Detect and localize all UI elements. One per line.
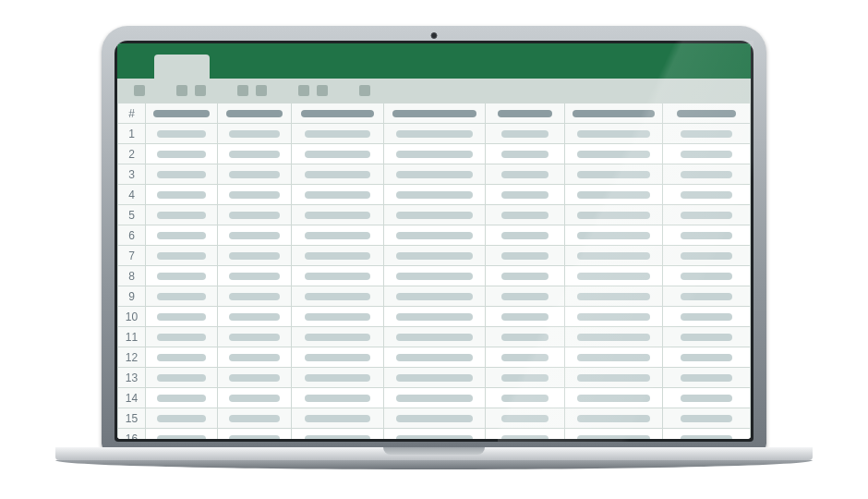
cell[interactable] bbox=[565, 408, 663, 429]
cell[interactable] bbox=[384, 266, 486, 286]
cell[interactable] bbox=[486, 408, 565, 429]
cell[interactable] bbox=[486, 307, 565, 327]
table-row[interactable]: 9 bbox=[118, 286, 751, 307]
cell[interactable] bbox=[486, 266, 565, 286]
cell[interactable] bbox=[218, 327, 292, 347]
row-number[interactable]: 5 bbox=[118, 205, 146, 225]
cell[interactable] bbox=[292, 408, 384, 429]
cell[interactable] bbox=[565, 124, 663, 144]
table-row[interactable]: 15 bbox=[118, 408, 751, 429]
cell[interactable] bbox=[663, 327, 751, 347]
corner-cell[interactable]: # bbox=[118, 103, 146, 124]
cell[interactable] bbox=[292, 429, 384, 440]
cell[interactable] bbox=[486, 144, 565, 164]
column-header[interactable] bbox=[292, 103, 384, 124]
cell[interactable] bbox=[146, 225, 218, 246]
table-row[interactable]: 6 bbox=[118, 225, 751, 246]
row-number[interactable]: 15 bbox=[118, 408, 146, 429]
row-number[interactable]: 1 bbox=[118, 124, 146, 144]
cell[interactable] bbox=[218, 388, 292, 408]
column-header[interactable] bbox=[218, 103, 292, 124]
cell[interactable] bbox=[486, 347, 565, 368]
cell[interactable] bbox=[565, 185, 663, 205]
cell[interactable] bbox=[146, 205, 218, 225]
cell[interactable] bbox=[218, 368, 292, 388]
cell[interactable] bbox=[292, 124, 384, 144]
table-row[interactable]: 8 bbox=[118, 266, 751, 286]
cell[interactable] bbox=[146, 185, 218, 205]
cell[interactable] bbox=[663, 368, 751, 388]
cell[interactable] bbox=[146, 266, 218, 286]
row-number[interactable]: 3 bbox=[118, 164, 146, 185]
cell[interactable] bbox=[663, 286, 751, 307]
row-number[interactable]: 11 bbox=[118, 327, 146, 347]
cell[interactable] bbox=[486, 225, 565, 246]
cell[interactable] bbox=[565, 368, 663, 388]
cell[interactable] bbox=[565, 347, 663, 368]
cell[interactable] bbox=[486, 205, 565, 225]
toolbar-button[interactable] bbox=[176, 85, 187, 96]
cell[interactable] bbox=[384, 327, 486, 347]
cell[interactable] bbox=[663, 144, 751, 164]
cell[interactable] bbox=[218, 429, 292, 440]
cell[interactable] bbox=[663, 185, 751, 205]
cell[interactable] bbox=[218, 347, 292, 368]
cell[interactable] bbox=[663, 347, 751, 368]
cell[interactable] bbox=[486, 164, 565, 185]
cell[interactable] bbox=[663, 205, 751, 225]
cell[interactable] bbox=[146, 286, 218, 307]
cell[interactable] bbox=[565, 246, 663, 266]
column-header[interactable] bbox=[486, 103, 565, 124]
cell[interactable] bbox=[663, 307, 751, 327]
toolbar-button[interactable] bbox=[256, 85, 267, 96]
cell[interactable] bbox=[292, 185, 384, 205]
cell[interactable] bbox=[486, 327, 565, 347]
cell[interactable] bbox=[292, 368, 384, 388]
cell[interactable] bbox=[565, 307, 663, 327]
cell[interactable] bbox=[565, 225, 663, 246]
cell[interactable] bbox=[146, 246, 218, 266]
data-table[interactable]: # 12345678910111213141516 bbox=[117, 103, 751, 439]
cell[interactable] bbox=[146, 327, 218, 347]
cell[interactable] bbox=[146, 388, 218, 408]
table-row[interactable]: 10 bbox=[118, 307, 751, 327]
cell[interactable] bbox=[384, 185, 486, 205]
toolbar-button[interactable] bbox=[359, 85, 370, 96]
column-header[interactable] bbox=[384, 103, 486, 124]
row-number[interactable]: 9 bbox=[118, 286, 146, 307]
row-number[interactable]: 14 bbox=[118, 388, 146, 408]
cell[interactable] bbox=[565, 429, 663, 440]
cell[interactable] bbox=[384, 164, 486, 185]
cell[interactable] bbox=[663, 124, 751, 144]
row-number[interactable]: 2 bbox=[118, 144, 146, 164]
cell[interactable] bbox=[218, 164, 292, 185]
cell[interactable] bbox=[486, 368, 565, 388]
row-number[interactable]: 4 bbox=[118, 185, 146, 205]
cell[interactable] bbox=[218, 408, 292, 429]
cell[interactable] bbox=[146, 429, 218, 440]
cell[interactable] bbox=[292, 246, 384, 266]
table-row[interactable]: 7 bbox=[118, 246, 751, 266]
toolbar-button[interactable] bbox=[195, 85, 206, 96]
cell[interactable] bbox=[146, 124, 218, 144]
cell[interactable] bbox=[384, 368, 486, 388]
table-row[interactable]: 11 bbox=[118, 327, 751, 347]
table-row[interactable]: 12 bbox=[118, 347, 751, 368]
cell[interactable] bbox=[292, 347, 384, 368]
cell[interactable] bbox=[292, 388, 384, 408]
column-header[interactable] bbox=[663, 103, 751, 124]
row-number[interactable]: 8 bbox=[118, 266, 146, 286]
cell[interactable] bbox=[292, 225, 384, 246]
cell[interactable] bbox=[663, 429, 751, 440]
cell[interactable] bbox=[384, 429, 486, 440]
cell[interactable] bbox=[384, 388, 486, 408]
cell[interactable] bbox=[486, 388, 565, 408]
row-number[interactable]: 13 bbox=[118, 368, 146, 388]
row-number[interactable]: 6 bbox=[118, 225, 146, 246]
cell[interactable] bbox=[218, 124, 292, 144]
toolbar-button[interactable] bbox=[317, 85, 328, 96]
cell[interactable] bbox=[384, 347, 486, 368]
cell[interactable] bbox=[292, 266, 384, 286]
table-row[interactable]: 13 bbox=[118, 368, 751, 388]
cell[interactable] bbox=[486, 185, 565, 205]
